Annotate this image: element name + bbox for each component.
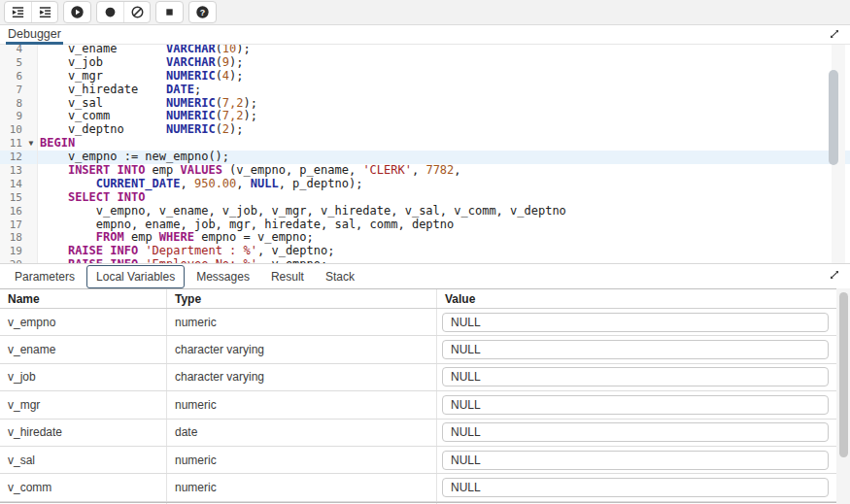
editor-scrollbar-thumb[interactable] <box>829 70 838 165</box>
panel-tab-stack[interactable]: Stack <box>316 265 364 288</box>
variable-value-cell <box>437 309 850 335</box>
column-header-value[interactable]: Value <box>437 289 850 308</box>
grid-scrollbar-track[interactable] <box>836 288 850 504</box>
variable-row-v_empno: v_empnonumeric <box>0 309 850 336</box>
fold-gutter <box>25 45 38 56</box>
variable-row-v_comm: v_commnumeric <box>0 474 850 501</box>
line-number[interactable]: 17 <box>0 218 25 232</box>
stop-icon <box>162 5 177 19</box>
value-input-v_comm[interactable] <box>442 478 829 497</box>
editor-maximize-button[interactable] <box>827 27 842 43</box>
clear-all-breakpoints-button[interactable] <box>123 2 150 22</box>
code-line-14[interactable]: 14 CURRENT_DATE, 950.00, NULL, p_deptno)… <box>0 178 850 191</box>
maximize-icon <box>828 268 841 285</box>
debugger-toolbar: ? <box>0 0 850 25</box>
variable-name: v_mgr <box>0 391 167 418</box>
fold-gutter <box>25 245 38 258</box>
code-line-5[interactable]: 5 v_job VARCHAR(9); <box>0 56 850 70</box>
value-input-v_job[interactable] <box>442 367 829 386</box>
panel-tab-messages[interactable]: Messages <box>187 265 259 288</box>
variable-row-v_hiredate: v_hiredatedate <box>0 420 850 447</box>
code-text: v_deptno NUMERIC(2); <box>38 123 244 137</box>
code-line-6[interactable]: 6 v_mgr NUMERIC(4); <box>0 70 850 84</box>
variable-type: character varying <box>167 336 437 362</box>
code-line-11[interactable]: 11▼BEGIN <box>0 137 850 151</box>
code-line-12[interactable]: 12 v_empno := new_empno(); <box>0 151 850 164</box>
panel-tab-parameters[interactable]: Parameters <box>5 265 85 288</box>
fold-gutter <box>25 123 38 137</box>
variable-type: numeric <box>167 391 437 418</box>
help-button[interactable]: ? <box>189 2 216 22</box>
tab-debugger-label: Debugger <box>8 27 61 41</box>
toggle-breakpoint-button[interactable] <box>97 2 123 22</box>
panel-maximize-button[interactable] <box>827 268 842 284</box>
code-text: FROM emp WHERE empno = v_empno; <box>38 231 314 245</box>
variable-name: v_job <box>0 364 167 390</box>
variable-value-cell <box>437 336 850 362</box>
line-number[interactable]: 13 <box>0 164 25 178</box>
variable-value-cell <box>437 391 850 418</box>
line-number[interactable]: 19 <box>0 245 25 258</box>
code-line-7[interactable]: 7 v_hiredate DATE; <box>0 84 850 97</box>
value-input-v_empno[interactable] <box>442 313 829 332</box>
column-header-name[interactable]: Name <box>0 289 167 308</box>
variable-name: v_empno <box>0 309 167 335</box>
line-number[interactable]: 9 <box>0 110 25 123</box>
panel-tab-result[interactable]: Result <box>261 265 314 288</box>
code-line-9[interactable]: 9 v_comm NUMERIC(7,2); <box>0 110 850 123</box>
value-input-v_mgr[interactable] <box>442 395 829 415</box>
line-number[interactable]: 5 <box>0 56 25 70</box>
stop-button[interactable] <box>156 2 183 22</box>
code-line-19[interactable]: 19 RAISE INFO 'Department : %', v_deptno… <box>0 245 850 258</box>
code-text: BEGIN <box>38 137 75 151</box>
value-input-v_sal[interactable] <box>442 451 829 470</box>
column-header-type[interactable]: Type <box>167 289 437 308</box>
line-number[interactable]: 18 <box>0 231 25 245</box>
code-line-15[interactable]: 15 SELECT INTO <box>0 191 850 205</box>
line-number[interactable]: 4 <box>0 45 25 56</box>
code-text: INSERT INTO emp VALUES (v_empno, p_ename… <box>38 164 461 178</box>
code-text: v_comm NUMERIC(7,2); <box>38 110 257 123</box>
toolbar-button-group: ? <box>188 1 217 23</box>
value-input-v_ename[interactable] <box>442 340 829 359</box>
fold-marker-icon[interactable]: ▼ <box>25 137 38 151</box>
code-line-8[interactable]: 8 v_sal NUMERIC(7,2); <box>0 97 850 111</box>
code-text: RAISE INFO 'Department : %', v_deptno; <box>38 245 334 258</box>
code-line-17[interactable]: 17 empno, ename, job, mgr, hiredate, sal… <box>0 218 850 232</box>
panel-tab-local-variables[interactable]: Local Variables <box>86 265 185 288</box>
line-number[interactable]: 11 <box>0 137 25 151</box>
code-editor[interactable]: 4 v_ename VARCHAR(10);5 v_job VARCHAR(9)… <box>0 45 850 263</box>
code-line-16[interactable]: 16 v_empno, v_ename, v_job, v_mgr, v_hir… <box>0 205 850 218</box>
value-input-v_hiredate[interactable] <box>442 422 829 442</box>
line-number[interactable]: 14 <box>0 178 25 191</box>
variable-row-v_ename: v_enamecharacter varying <box>0 336 850 363</box>
code-text: v_mgr NUMERIC(4); <box>38 70 244 84</box>
step-into-icon <box>11 5 25 19</box>
variable-row-v_job: v_jobcharacter varying <box>0 364 850 391</box>
line-number[interactable]: 15 <box>0 191 25 205</box>
code-line-18[interactable]: 18 FROM emp WHERE empno = v_empno; <box>0 231 850 245</box>
debug-panel-tab-bar: ParametersLocal VariablesMessagesResultS… <box>0 263 850 288</box>
variable-value-cell <box>437 420 850 446</box>
grid-scrollbar-thumb[interactable] <box>839 292 848 457</box>
line-number[interactable]: 8 <box>0 97 25 111</box>
line-number[interactable]: 10 <box>0 123 25 137</box>
code-line-10[interactable]: 10 v_deptno NUMERIC(2); <box>0 123 850 137</box>
variable-type: numeric <box>167 447 437 473</box>
variable-value-cell <box>437 474 850 500</box>
step-over-button[interactable] <box>31 2 57 22</box>
line-number[interactable]: 16 <box>0 205 25 218</box>
code-text: v_hiredate DATE; <box>38 84 201 97</box>
editor-scrollbar-track[interactable] <box>832 45 845 263</box>
variable-type: numeric <box>167 309 437 335</box>
continue-button[interactable] <box>64 2 90 22</box>
tab-debugger[interactable]: Debugger <box>6 25 63 45</box>
line-number[interactable]: 6 <box>0 70 25 84</box>
line-number[interactable]: 7 <box>0 84 25 97</box>
step-into-button[interactable] <box>5 2 31 22</box>
variable-name: v_ename <box>0 336 167 362</box>
variable-type: date <box>167 420 437 446</box>
line-number[interactable]: 12 <box>0 151 25 164</box>
variable-value-cell <box>437 447 850 473</box>
code-line-13[interactable]: 13 INSERT INTO emp VALUES (v_empno, p_en… <box>0 164 850 178</box>
